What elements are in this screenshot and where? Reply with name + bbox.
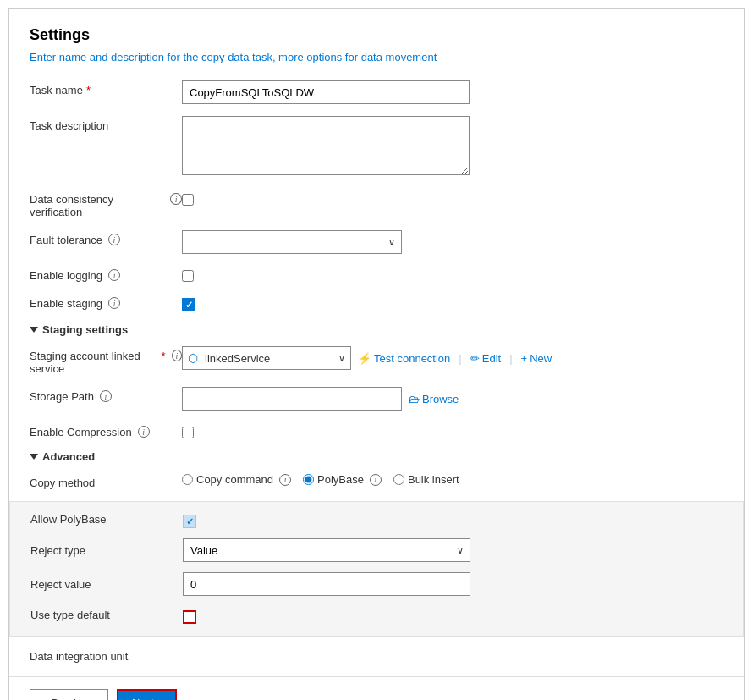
edit-button[interactable]: ✏ Edit (470, 352, 501, 365)
bulk-insert-radio[interactable] (393, 474, 404, 485)
task-description-row: Task description (30, 116, 723, 178)
enable-logging-control (182, 266, 194, 282)
staging-settings-header[interactable]: Staging settings (30, 323, 723, 336)
task-name-label: Task name * (30, 80, 182, 96)
storage-path-label: Storage Path i (30, 387, 182, 403)
allow-polybase-row: Allow PolyBase (30, 510, 723, 528)
enable-compression-row: Enable Compression i (30, 422, 723, 438)
data-integration-section: Data integration unit (30, 650, 723, 663)
copy-command-info-icon[interactable]: i (279, 474, 291, 486)
use-type-default-row: Use type default (30, 606, 723, 624)
allow-polybase-control (183, 510, 196, 528)
task-name-row: Task name * (30, 80, 723, 104)
footer-row: ‹ Previous Next › (30, 677, 723, 700)
enable-logging-info-icon[interactable]: i (108, 269, 120, 281)
data-consistency-info-icon[interactable]: i (170, 193, 182, 205)
reject-value-label: Reject value (30, 578, 183, 591)
enable-staging-info-icon[interactable]: i (108, 297, 120, 309)
staging-account-controls: ⬡ linkedService ∨ ⚡ Test connection | ✏ … (182, 346, 552, 370)
enable-staging-label: Enable staging i (30, 294, 182, 310)
enable-logging-row: Enable logging i (30, 266, 723, 282)
reject-type-control: Value Percentage ∨ (183, 538, 470, 562)
plus-icon: + (521, 352, 528, 365)
use-type-default-label: Use type default (30, 609, 183, 621)
polybase-option[interactable]: PolyBase i (303, 473, 382, 486)
storage-path-controls: 🗁 Browse (182, 387, 459, 411)
copy-method-label: Copy method (30, 473, 182, 489)
reject-value-row: Reject value (30, 572, 723, 596)
enable-compression-info-icon[interactable]: i (138, 426, 150, 438)
polybase-info-icon[interactable]: i (370, 474, 382, 486)
use-type-default-control (183, 606, 196, 624)
staging-account-required: * (162, 350, 166, 362)
enable-logging-checkbox[interactable] (182, 270, 194, 282)
data-consistency-checkbox[interactable] (182, 194, 194, 206)
use-type-default-checkbox[interactable] (183, 610, 196, 624)
reject-type-row: Reject type Value Percentage ∨ (30, 538, 723, 562)
storage-path-info-icon[interactable]: i (100, 390, 112, 402)
copy-command-option[interactable]: Copy command i (182, 473, 291, 486)
fault-tolerance-select[interactable] (182, 230, 402, 254)
linked-service-chevron-icon: ∨ (333, 353, 350, 364)
reject-type-label: Reject type (30, 544, 183, 557)
fault-tolerance-control: ∨ (182, 230, 470, 254)
polybase-radio[interactable] (303, 474, 314, 485)
fault-tolerance-select-wrap: ∨ (182, 230, 402, 254)
data-consistency-row: Data consistency verification i (30, 190, 723, 218)
data-consistency-label: Data consistency verification i (30, 190, 182, 218)
task-name-input[interactable] (182, 80, 470, 104)
next-arrow-icon: › (158, 697, 162, 701)
reject-type-select[interactable]: Value Percentage (183, 538, 470, 562)
fault-tolerance-label: Fault tolerance i (30, 230, 182, 246)
staging-settings-triangle-icon (30, 327, 38, 333)
allow-polybase-checkbox[interactable] (183, 515, 196, 528)
enable-compression-control (182, 422, 194, 438)
enable-compression-label: Enable Compression i (30, 422, 182, 438)
copy-command-radio[interactable] (182, 474, 193, 485)
pencil-icon: ✏ (470, 352, 480, 365)
staging-account-info-icon[interactable]: i (172, 350, 182, 361)
staging-account-label: Staging account linked service * i (30, 346, 182, 375)
new-button[interactable]: + New (521, 352, 552, 365)
advanced-triangle-icon (30, 454, 38, 460)
previous-arrow-icon: ‹ (44, 697, 47, 701)
separator-2: | (509, 352, 512, 365)
enable-logging-label: Enable logging i (30, 266, 182, 282)
copy-method-controls: Copy command i PolyBase i Bulk insert (182, 473, 459, 486)
enable-compression-checkbox[interactable] (182, 427, 194, 438)
data-integration-label: Data integration unit (30, 650, 723, 663)
page-title: Settings (30, 26, 723, 44)
enable-staging-checkbox[interactable] (182, 298, 195, 311)
task-description-label: Task description (30, 116, 182, 132)
storage-path-input[interactable] (182, 387, 402, 411)
linked-service-dropdown[interactable]: ⬡ linkedService ∨ (182, 346, 351, 370)
reject-value-input[interactable] (183, 572, 470, 596)
fault-tolerance-row: Fault tolerance i ∨ (30, 230, 723, 254)
advanced-header[interactable]: Advanced (30, 450, 723, 463)
task-description-control (182, 116, 470, 178)
task-name-control (182, 80, 470, 104)
polybase-section: Allow PolyBase Reject type Value Percent… (9, 501, 744, 637)
fault-tolerance-info-icon[interactable]: i (108, 234, 120, 245)
test-connection-icon: ⚡ (358, 352, 371, 365)
previous-button[interactable]: ‹ Previous (30, 689, 108, 700)
folder-icon: 🗁 (409, 393, 420, 405)
staging-account-row: Staging account linked service * i ⬡ lin… (30, 346, 723, 375)
next-button[interactable]: Next › (117, 689, 177, 700)
storage-path-row: Storage Path i 🗁 Browse (30, 387, 723, 411)
task-description-input[interactable] (182, 116, 470, 175)
bulk-insert-option[interactable]: Bulk insert (393, 473, 459, 486)
enable-staging-row: Enable staging i (30, 294, 723, 311)
linked-service-db-icon: ⬡ (183, 351, 203, 365)
subtitle-link[interactable]: Enter name and description for the copy … (30, 51, 723, 63)
enable-staging-control (182, 294, 195, 311)
required-indicator: * (86, 84, 91, 96)
separator-1: | (459, 352, 461, 365)
allow-polybase-label: Allow PolyBase (30, 513, 183, 526)
test-connection-button[interactable]: ⚡ Test connection (358, 352, 450, 365)
copy-method-row: Copy method Copy command i PolyBase i Bu… (30, 473, 723, 489)
browse-button[interactable]: 🗁 Browse (409, 393, 459, 405)
data-consistency-control (182, 190, 194, 206)
linked-service-text: linkedService (203, 352, 333, 365)
